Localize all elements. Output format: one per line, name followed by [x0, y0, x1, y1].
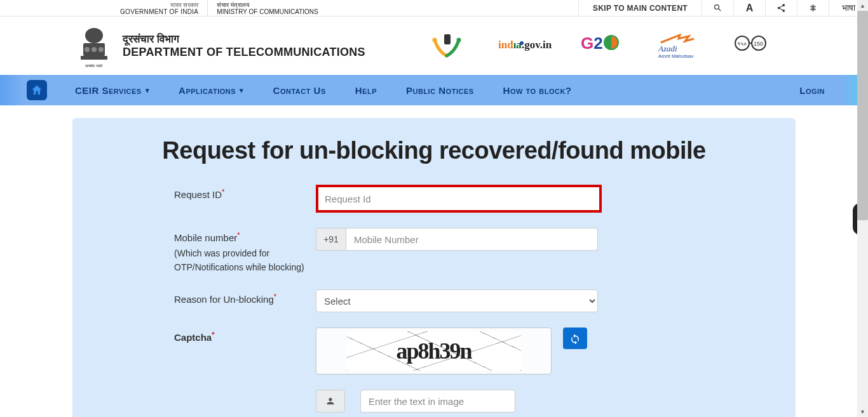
reason-label: Reason for Un-blocking*	[72, 289, 316, 307]
scroll-thumb[interactable]	[857, 11, 868, 220]
nav-label: Public Notices	[406, 85, 474, 96]
captcha-refresh-button[interactable]	[563, 328, 587, 349]
nav-contact-us[interactable]: Contact Us	[273, 85, 326, 96]
language-label: भाषा	[842, 3, 855, 13]
mobile-prefix: +91	[316, 228, 346, 251]
nav-label: Applications	[179, 85, 236, 96]
national-emblem: सत्यमेव जयते	[76, 23, 111, 69]
dept-name-hindi: दूरसंचार विभाग	[123, 33, 365, 46]
primary-navigation: CEIR Services▾ Applications▾ Contact Us …	[0, 75, 868, 105]
partner-logos: indıa.gov.in G2 AzadiAmrit Mahotsav १५०1…	[424, 30, 868, 62]
home-button[interactable]	[27, 80, 47, 100]
india-gov-logo: indıa.gov.in	[498, 30, 552, 62]
nav-label: Help	[355, 85, 377, 96]
nav-applications[interactable]: Applications▾	[179, 85, 243, 96]
captcha-label: Captcha*	[72, 328, 316, 345]
emblem-motto: सत्यमेव जयते	[85, 64, 102, 69]
svg-point-4	[92, 47, 97, 52]
department-title-block: दूरसंचार विभाग DEPARTMENT OF TELECOMMUNI…	[123, 33, 365, 59]
azadi-mahotsav-logo: AzadiAmrit Mahotsav	[654, 30, 699, 62]
captcha-image-box: ap8h39n	[316, 328, 552, 374]
text-size-button[interactable]: A	[733, 0, 765, 16]
captcha-image: ap8h39n	[347, 331, 521, 371]
chevron-down-icon: ▾	[146, 86, 150, 95]
nav-label: Contact Us	[273, 85, 326, 96]
vertical-scrollbar[interactable]: ▲ ▼	[857, 0, 868, 417]
unblock-request-card: Request for un-blocking recovered/found …	[72, 118, 796, 417]
text-size-label: A	[746, 3, 754, 14]
svg-point-7	[457, 38, 461, 43]
mobile-number-input[interactable]	[346, 228, 598, 251]
nav-how-to-block[interactable]: How to block?	[503, 85, 572, 96]
nav-ceir-services[interactable]: CEIR Services▾	[75, 85, 149, 96]
g20-logo: G2	[581, 30, 625, 62]
svg-text:१५०: १५०	[737, 41, 747, 47]
share-icon	[776, 3, 786, 13]
mobile-number-hint: (Which was provided for OTP/Notification…	[174, 246, 316, 274]
sanchar-saathi-logo	[424, 30, 469, 62]
government-of-india-block: भारत सरकार GOVERNMENT OF INDIA	[111, 0, 208, 16]
emblem-icon	[79, 27, 109, 63]
skip-to-main-link[interactable]: SKIP TO MAIN CONTENT	[578, 0, 702, 16]
department-masthead: सत्यमेव जयते दूरसंचार विभाग DEPARTMENT O…	[0, 17, 868, 75]
svg-point-0	[85, 28, 103, 43]
request-id-input[interactable]	[316, 185, 602, 213]
gandhi-150-logo: १५०150	[728, 30, 773, 62]
svg-text:Azadi: Azadi	[658, 44, 677, 53]
dept-name-english: DEPARTMENT OF TELECOMMUNICATIONS	[123, 46, 365, 59]
svg-point-3	[85, 47, 90, 52]
ministry-block: संचार मंत्रालय MINISTRY OF COMMUNICATION…	[208, 0, 327, 16]
svg-point-10	[520, 41, 524, 45]
svg-text:Amrit Mahotsav: Amrit Mahotsav	[658, 53, 694, 59]
gov-hindi-label: भारत सरकार	[120, 1, 198, 8]
mobile-number-label: Mobile number* (Which was provided for O…	[72, 228, 316, 274]
gov-english-label: GOVERNMENT OF INDIA	[120, 8, 198, 15]
page-title: Request for un-blocking recovered/found …	[72, 137, 796, 164]
share-button[interactable]	[765, 0, 797, 16]
nav-help[interactable]: Help	[355, 85, 377, 96]
nav-public-notices[interactable]: Public Notices	[406, 85, 474, 96]
svg-point-5	[98, 47, 104, 52]
svg-rect-2	[81, 56, 107, 60]
reason-select[interactable]: Select	[316, 289, 598, 312]
sitemap-icon	[808, 3, 818, 13]
captcha-user-icon-box	[316, 390, 345, 413]
chevron-down-icon: ▾	[240, 86, 244, 95]
svg-point-6	[433, 38, 437, 43]
nav-label: CEIR Services	[75, 85, 142, 96]
moc-english-label: MINISTRY OF COMMUNICATIONS	[217, 8, 318, 15]
request-id-label: Request ID*	[72, 185, 316, 202]
captcha-input[interactable]	[360, 390, 515, 413]
refresh-icon	[569, 333, 581, 344]
user-icon	[325, 396, 336, 406]
search-icon	[713, 3, 722, 13]
top-government-strip: भारत सरकार GOVERNMENT OF INDIA संचार मंत…	[0, 0, 868, 17]
scroll-down-arrow[interactable]: ▼	[857, 406, 868, 417]
search-button[interactable]	[702, 0, 733, 16]
login-label: Login	[799, 85, 825, 96]
sitemap-button[interactable]	[797, 0, 829, 16]
scroll-up-arrow[interactable]: ▲	[857, 0, 868, 11]
svg-text:150: 150	[754, 41, 763, 47]
home-icon	[31, 84, 43, 96]
svg-text:G2: G2	[581, 34, 603, 53]
nav-label: How to block?	[503, 85, 572, 96]
svg-rect-8	[444, 34, 451, 44]
svg-text:indıa.gov.in: indıa.gov.in	[498, 39, 552, 51]
moc-hindi-label: संचार मंत्रालय	[217, 1, 318, 8]
